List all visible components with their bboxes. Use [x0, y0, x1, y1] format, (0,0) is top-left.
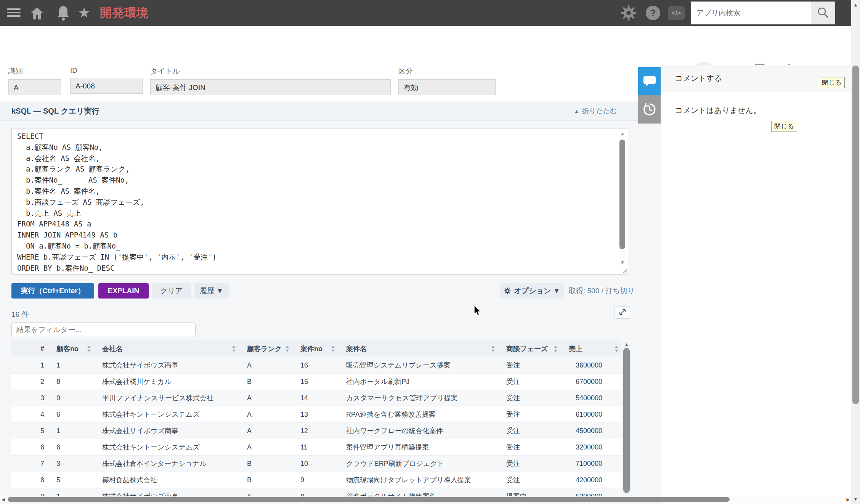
history-clock-icon	[643, 103, 656, 116]
ksql-section-header: kSQL — SQL クエリ実行 折りたたむ	[0, 101, 638, 121]
table-row: 66株式会社キントーンシステムズA11案件管理アプリ再構築提案受注3200000	[11, 439, 631, 456]
app-title[interactable]: 開発環境	[100, 0, 149, 26]
column-header[interactable]: 案件名	[339, 340, 499, 357]
table-cell: 1	[49, 488, 95, 496]
table-cell: 10	[293, 456, 339, 472]
table-vertical-scrollbar[interactable]	[622, 340, 631, 496]
column-label: 顧客no	[56, 344, 79, 353]
options-label: オプション ▼	[514, 286, 560, 296]
textarea-resize-grip[interactable]	[620, 266, 628, 274]
table-cell: 社内ワークフローの統合化案件	[339, 423, 499, 439]
no-comments-message: コメントはありません。	[675, 105, 761, 116]
clear-button[interactable]: クリア	[152, 283, 191, 299]
scroll-down-arrow[interactable]	[851, 496, 860, 502]
mouse-cursor	[473, 305, 483, 316]
table-cell: A	[239, 357, 293, 373]
table-cell: 7	[11, 456, 49, 472]
tab-comments[interactable]	[638, 67, 661, 95]
column-header[interactable]: 顧客no	[49, 340, 95, 357]
favorites-star-icon[interactable]	[78, 4, 90, 22]
column-header[interactable]: 売上	[561, 340, 622, 357]
scrollbar-thumb[interactable]	[852, 66, 859, 404]
table-cell: A	[239, 406, 293, 422]
table-cell: クラウドERP刷新プロジェクト	[339, 456, 499, 472]
table-cell: 4200000	[561, 472, 622, 488]
sort-icon[interactable]	[285, 345, 290, 352]
app-header: 開発環境	[0, 0, 851, 26]
table-cell: 13	[293, 406, 339, 422]
table-cell: 9	[11, 488, 49, 496]
table-cell: 8	[293, 488, 339, 496]
result-count: 16 件	[11, 310, 29, 319]
column-header[interactable]: 会社名	[95, 340, 239, 357]
options-dropdown-button[interactable]: オプション ▼	[500, 283, 564, 299]
home-icon[interactable]	[30, 6, 44, 21]
notifications-bell-icon[interactable]	[56, 5, 70, 21]
table-cell: B	[239, 456, 293, 472]
add-comment-link[interactable]: コメントする	[675, 73, 722, 83]
table-cell: 受注	[499, 423, 561, 439]
table-cell: 6	[49, 439, 95, 455]
column-header[interactable]: 顧客ランク	[239, 340, 293, 357]
table-cell: 受注	[499, 374, 561, 390]
search-button[interactable]	[811, 2, 835, 24]
table-cell: 8	[11, 472, 49, 488]
field-label: タイトル	[150, 66, 391, 76]
in-app-search-input[interactable]	[691, 2, 811, 24]
scrollbar-thumb[interactable]	[623, 348, 630, 493]
scroll-up-arrow[interactable]	[622, 342, 631, 347]
explain-button[interactable]: EXPLAIN	[98, 283, 149, 299]
sql-editor[interactable]: SELECT a.顧客No AS 顧客No, a.会社名 AS 会社名, a.顧…	[11, 128, 629, 274]
column-header[interactable]: 商談フェーズ	[499, 340, 561, 357]
tab-change-history[interactable]	[638, 95, 661, 124]
table-cell: A	[239, 423, 293, 439]
help-icon[interactable]	[646, 6, 660, 20]
sort-icon[interactable]	[87, 345, 91, 352]
collapse-section-link[interactable]: 折りたたむ	[574, 101, 617, 120]
search-icon	[817, 6, 830, 19]
developer-code-icon[interactable]	[668, 6, 685, 20]
collapse-label: 折りたたむ	[582, 101, 617, 120]
editor-scrollbar[interactable]	[619, 130, 626, 266]
table-cell: 5300000	[561, 488, 622, 496]
sort-icon[interactable]	[331, 345, 335, 352]
hamburger-menu-icon[interactable]	[7, 8, 21, 18]
scroll-left-arrow[interactable]	[2, 496, 5, 502]
scroll-down-arrow[interactable]	[619, 260, 626, 265]
scroll-up-arrow[interactable]	[619, 131, 626, 136]
table-cell: 11	[293, 439, 339, 455]
table-cell: B	[239, 472, 293, 488]
column-header[interactable]: 案件no	[293, 340, 339, 357]
expand-results-button[interactable]	[615, 307, 630, 319]
run-query-button[interactable]: 実行（Ctrl+Enter）	[11, 283, 94, 299]
scrollbar-thumb[interactable]	[8, 497, 730, 502]
table-cell: A	[239, 439, 293, 455]
table-cell: 平川ファイナンスサービス株式会社	[95, 390, 239, 406]
record-toolbar	[0, 26, 851, 65]
table-row: 46株式会社キントーンシステムズA13RPA連携を含む業務改善提案受注61000…	[11, 406, 631, 423]
scroll-up-arrow[interactable]	[851, 2, 860, 8]
history-dropdown-button[interactable]: 履歴 ▼	[194, 283, 229, 299]
results-filter-input[interactable]	[11, 323, 196, 337]
table-cell: 株式会社サイボウズ商事	[95, 423, 239, 439]
column-label: 案件no	[300, 344, 322, 353]
scroll-right-arrow[interactable]	[847, 496, 850, 502]
table-cell: 受注	[499, 357, 561, 373]
sort-icon[interactable]	[614, 345, 619, 352]
results-table-head: #顧客no会社名顧客ランク案件no案件名商談フェーズ売上	[11, 340, 631, 357]
table-cell: 3200000	[561, 439, 622, 455]
scrollbar-thumb[interactable]	[619, 140, 625, 249]
table-cell: 3600000	[561, 357, 622, 373]
table-cell: 9	[293, 472, 339, 488]
table-cell: 5	[49, 472, 95, 488]
page-vertical-scrollbar[interactable]	[851, 0, 860, 504]
sort-icon[interactable]	[553, 345, 558, 352]
page-horizontal-scrollbar[interactable]	[0, 496, 851, 502]
sort-icon[interactable]	[231, 345, 236, 352]
column-label: 会社名	[102, 344, 123, 353]
sql-query-text[interactable]: SELECT a.顧客No AS 顧客No, a.会社名 AS 会社名, a.顧…	[17, 131, 217, 273]
admin-gear-icon[interactable]	[621, 5, 637, 21]
expand-diagonal-icon	[618, 308, 627, 316]
table-cell: RPA連携を含む業務改善提案	[339, 406, 499, 422]
sort-icon[interactable]	[491, 345, 496, 352]
